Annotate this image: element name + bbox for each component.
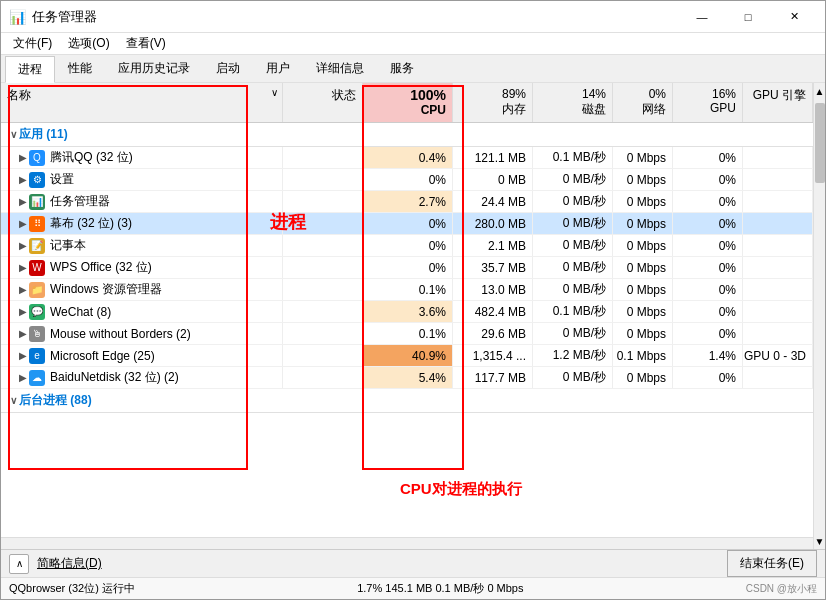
minimize-button[interactable]: — [679,1,725,33]
expand-row-icon[interactable]: ▶ [17,262,29,274]
expand-row-icon[interactable]: ▶ [17,350,29,362]
cell-memory: 1,315.4 ... [453,345,533,366]
scroll-thumb[interactable] [815,103,825,183]
cell-memory: 35.7 MB [453,257,533,278]
cell-gpu-engine [743,367,813,388]
expand-row-icon[interactable]: ▶ [17,218,29,230]
cell-memory: 29.6 MB [453,323,533,344]
th-status[interactable]: 状态 [283,83,363,122]
tab-users[interactable]: 用户 [253,55,303,82]
expand-row-icon[interactable]: ▶ [17,328,29,340]
horizontal-scrollbar[interactable] [1,537,813,549]
menu-view[interactable]: 查看(V) [118,33,174,54]
table-row[interactable]: ▶ 💬 WeChat (8) 3.6% 482.4 MB 0.1 MB/秒 0 … [1,301,813,323]
cell-gpu-engine [743,279,813,300]
table-row[interactable]: ▶ Q 腾讯QQ (32 位) 0.4% 121.1 MB 0.1 MB/秒 0… [1,147,813,169]
cell-cpu: 0.1% [363,323,453,344]
th-gpu[interactable]: 16% GPU [673,83,743,122]
table-body: ∨ 应用 (11) ▶ Q 腾讯QQ (32 位) 0.4% 121.1 MB … [1,123,813,537]
table-row[interactable]: ▶ W WPS Office (32 位) 0% 35.7 MB 0 MB/秒 … [1,257,813,279]
watermark: CSDN @放小程 [746,582,817,596]
title-bar: 📊 任务管理器 — □ ✕ [1,1,825,33]
table-row[interactable]: ▶ 📝 记事本 0% 2.1 MB 0 MB/秒 0 Mbps 0% [1,235,813,257]
tab-startup[interactable]: 启动 [203,55,253,82]
cell-gpu: 0% [673,323,743,344]
table-row[interactable]: ▶ ☁ BaiduNetdisk (32 位) (2) 5.4% 117.7 M… [1,367,813,389]
cell-name-text: Windows 资源管理器 [50,281,162,298]
th-gpu-engine[interactable]: GPU 引擎 [743,83,813,122]
cell-disk: 0 MB/秒 [533,169,613,190]
expand-row-icon[interactable]: ▶ [17,284,29,296]
th-memory[interactable]: 89% 内存 [453,83,533,122]
expand-row-icon[interactable]: ▶ [17,196,29,208]
section-background-header: ∨ 后台进程 (88) [1,389,813,413]
expand-row-icon[interactable]: ▶ [17,240,29,252]
section-apps-label: 应用 (11) [19,126,68,143]
collapse-arrow[interactable]: ∧ [9,554,29,574]
expand-row-icon[interactable]: ▶ [17,306,29,318]
maximize-button[interactable]: □ [725,1,771,33]
cell-disk: 0 MB/秒 [533,191,613,212]
cell-gpu: 0% [673,257,743,278]
cell-network: 0 Mbps [613,147,673,168]
status-left: ∧ 简略信息(D) [9,554,102,574]
window-controls: — □ ✕ [679,1,817,33]
bottom-stats: 1.7% 145.1 MB 0.1 MB/秒 0 Mbps [357,581,523,596]
cell-memory: 24.4 MB [453,191,533,212]
app-icon: 📁 [29,282,45,298]
cell-gpu-engine [743,301,813,322]
expand-row-icon[interactable]: ▶ [17,174,29,186]
menu-file[interactable]: 文件(F) [5,33,60,54]
vertical-scrollbar[interactable]: ▲ ▼ [813,83,825,549]
cell-network: 0 Mbps [613,169,673,190]
cell-gpu: 0% [673,279,743,300]
cell-network: 0 Mbps [613,257,673,278]
expand-row-icon[interactable]: ▶ [17,372,29,384]
th-name[interactable]: 名称 ∨ [1,83,283,122]
cell-network: 0 Mbps [613,367,673,388]
end-task-button[interactable]: 结束任务(E) [727,550,817,577]
expand-apps-icon[interactable]: ∨ [7,129,19,141]
th-disk[interactable]: 14% 磁盘 [533,83,613,122]
table-row[interactable]: ▶ 🖱 Mouse without Borders (2) 0.1% 29.6 … [1,323,813,345]
cell-cpu: 0% [363,169,453,190]
cell-cpu: 5.4% [363,367,453,388]
cell-gpu: 0% [673,169,743,190]
table-row[interactable]: ▶ e Microsoft Edge (25) 40.9% 1,315.4 ..… [1,345,813,367]
table-row[interactable]: ▶ ⠿ 幕布 (32 位) (3) 0% 280.0 MB 0 MB/秒 0 M… [1,213,813,235]
cell-gpu-engine [743,169,813,190]
scroll-down-button[interactable]: ▼ [814,533,825,549]
table-row[interactable]: ▶ 📊 任务管理器 2.7% 24.4 MB 0 MB/秒 0 Mbps 0% [1,191,813,213]
cell-cpu: 0% [363,235,453,256]
cell-disk: 0 MB/秒 [533,367,613,388]
cell-network: 0.1 Mbps [613,345,673,366]
summary-link[interactable]: 简略信息(D) [37,555,102,572]
expand-row-icon[interactable]: ▶ [17,152,29,164]
table-row[interactable]: ▶ ⚙ 设置 0% 0 MB 0 MB/秒 0 Mbps 0% [1,169,813,191]
cell-name-text: 幕布 (32 位) (3) [50,215,132,232]
app-icon: W [29,260,45,276]
tab-services[interactable]: 服务 [377,55,427,82]
app-icon: ⚙ [29,172,45,188]
close-button[interactable]: ✕ [771,1,817,33]
cell-cpu: 0.4% [363,147,453,168]
tabs-bar: 进程 性能 应用历史记录 启动 用户 详细信息 服务 [1,55,825,83]
menu-options[interactable]: 选项(O) [60,33,117,54]
tab-performance[interactable]: 性能 [55,55,105,82]
tab-app-history[interactable]: 应用历史记录 [105,55,203,82]
th-cpu[interactable]: 100% CPU [363,83,453,122]
scroll-up-button[interactable]: ▲ [814,83,825,99]
tab-details[interactable]: 详细信息 [303,55,377,82]
app-icon: ⠿ [29,216,45,232]
table-row[interactable]: ▶ 📁 Windows 资源管理器 0.1% 13.0 MB 0 MB/秒 0 … [1,279,813,301]
cell-status [283,147,363,168]
tab-processes[interactable]: 进程 [5,56,55,83]
th-network[interactable]: 0% 网络 [613,83,673,122]
cell-disk: 0 MB/秒 [533,213,613,234]
cell-network: 0 Mbps [613,235,673,256]
expand-bg-icon[interactable]: ∨ [7,395,19,407]
app-icon: 💬 [29,304,45,320]
cell-name: ▶ 📁 Windows 资源管理器 [1,279,283,300]
cell-gpu-engine [743,257,813,278]
section-background-label: 后台进程 (88) [19,392,92,409]
